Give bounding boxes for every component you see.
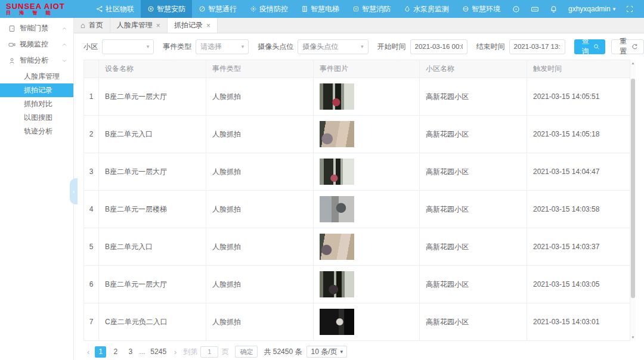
- sidebar-item-label: 视频监控: [20, 39, 57, 49]
- page-size-select[interactable]: 10 条/页 ▾: [306, 346, 347, 358]
- nav-item-smart-elevator[interactable]: 智慧电梯: [295, 0, 346, 18]
- sidebar-item-door-access[interactable]: 智能门禁: [0, 20, 73, 36]
- tab-face-library[interactable]: 人脸库管理 ×: [110, 18, 168, 33]
- brand-name-cn: 日 海 智 能: [6, 11, 89, 15]
- start-time-input[interactable]: [410, 39, 467, 54]
- nav-item-community-iot[interactable]: 社区物联: [89, 0, 141, 18]
- reset-icon: [631, 44, 638, 50]
- home-icon: ⌂: [80, 21, 85, 30]
- page-button-last[interactable]: 5245: [148, 346, 169, 358]
- reset-button-label: 重置: [617, 36, 629, 57]
- table-row: 3 B座二单元一层大厅 人脸抓拍 高新花园小区 2021-03-15 14:04…: [84, 153, 636, 191]
- page-button-1[interactable]: 1: [95, 346, 106, 358]
- event-snapshot[interactable]: [320, 271, 354, 297]
- chevron-up-icon: [61, 42, 67, 48]
- row-index: 4: [84, 191, 99, 228]
- sidebar-subitem-label: 人脸库管理: [24, 72, 60, 82]
- close-icon[interactable]: ×: [206, 21, 210, 30]
- nav-item-smart-access[interactable]: 智慧通行: [192, 0, 243, 18]
- scroll-down-icon[interactable]: ▼: [630, 336, 636, 339]
- trigger-time-cell: 2021-03-15 14:03:58: [527, 191, 636, 228]
- sidebar-subitem-label: 轨迹分析: [24, 126, 52, 136]
- person-icon: [8, 57, 16, 64]
- announcement-icon[interactable]: [639, 5, 644, 13]
- tab-capture-records[interactable]: 抓拍记录 ×: [168, 18, 218, 33]
- prev-page-icon[interactable]: ‹: [83, 347, 93, 356]
- message-icon[interactable]: [525, 5, 544, 13]
- page-ellipsis[interactable]: ...: [139, 347, 145, 356]
- tab-home[interactable]: ⌂ 首页: [74, 18, 110, 33]
- nav-item-epidemic-control[interactable]: 疫情防控: [243, 0, 295, 18]
- event-snapshot[interactable]: [320, 83, 354, 110]
- data-table: 设备名称 事件类型 事件图片 小区名称 触发时间 1 B座二单元一层大厅 人脸抓…: [83, 60, 636, 341]
- top-navbar: SUNSEA AIOT 日 海 智 能 社区物联 智慧安防 智慧通行 疫情防控 …: [0, 0, 644, 18]
- trigger-time-cell: 2021-03-15 14:05:51: [527, 78, 636, 116]
- page-button-2[interactable]: 2: [110, 346, 121, 358]
- collapse-left-icon: ‹: [73, 188, 75, 195]
- close-icon[interactable]: ×: [156, 21, 160, 30]
- device-name-cell: B座二单元一层大厅: [99, 266, 206, 303]
- event-type-cell: 人脸抓拍: [206, 191, 314, 228]
- search-button[interactable]: 查询: [574, 39, 606, 54]
- filter-bar: 小区 ▾ 事件类型 请选择 ▾ 摄像头点位 摄像头点位 ▾ 开始时间 结束时间 …: [74, 33, 644, 60]
- device-name-cell: B座二单元入口: [99, 116, 206, 153]
- reset-button[interactable]: 重置: [611, 39, 644, 54]
- goto-page-suffix: 页: [221, 347, 228, 357]
- event-snapshot[interactable]: [320, 159, 354, 185]
- event-type-cell: 人脸抓拍: [206, 153, 314, 191]
- sidebar-item-video-monitor[interactable]: 视频监控: [0, 36, 73, 52]
- goto-confirm-button[interactable]: 确定: [235, 346, 258, 358]
- nav-item-label: 智慧环境: [472, 4, 500, 14]
- event-snapshot[interactable]: [320, 196, 354, 222]
- nav-item-label: 智慧安防: [157, 4, 185, 14]
- event-type-select[interactable]: 请选择 ▾: [196, 39, 249, 54]
- fullscreen-icon[interactable]: [621, 5, 639, 13]
- nav-item-pump-room-monitor[interactable]: 水泵房监测: [397, 0, 456, 18]
- event-type-cell: 人脸抓拍: [206, 78, 314, 116]
- event-snapshot[interactable]: [320, 121, 354, 147]
- sidebar-item-label: 智能门禁: [20, 23, 57, 33]
- sidebar-item-smart-analysis[interactable]: 智能分析: [0, 52, 73, 69]
- sidebar-subitem-capture-records[interactable]: 抓拍记录: [0, 83, 73, 97]
- event-snapshot[interactable]: [320, 234, 354, 260]
- community-cell: 高新花园小区: [420, 191, 527, 228]
- sidebar-subitem-face-library[interactable]: 人脸库管理: [0, 70, 73, 83]
- goto-page-input[interactable]: [200, 346, 218, 358]
- table-scrollbar[interactable]: ▲ ▼: [630, 60, 636, 341]
- nav-item-label: 智慧电梯: [311, 4, 339, 14]
- capture-records-table: 设备名称 事件类型 事件图片 小区名称 触发时间 1 B座二单元一层大厅 人脸抓…: [83, 60, 636, 341]
- user-menu[interactable]: gxhyxqadmin ▾: [563, 5, 621, 13]
- notification-bell-icon[interactable]: [544, 5, 563, 13]
- nav-item-smart-environment[interactable]: 智慧环境: [456, 0, 507, 18]
- next-page-icon[interactable]: ›: [171, 347, 180, 356]
- community-filter-label: 小区: [83, 42, 98, 52]
- community-cell: 高新花园小区: [420, 153, 527, 191]
- camera-select[interactable]: 摄像头点位 ▾: [298, 39, 368, 54]
- event-image-cell: [314, 303, 420, 341]
- community-cell: 高新花园小区: [420, 78, 527, 116]
- event-image-cell: [314, 191, 420, 228]
- sidebar-subitem-image-search[interactable]: 以图搜图: [0, 111, 73, 125]
- nav-item-smart-security[interactable]: 智慧安防: [141, 0, 192, 18]
- end-time-input[interactable]: [509, 39, 565, 54]
- trigger-time-cell: 2021-03-15 14:05:18: [527, 116, 636, 153]
- row-index: 6: [84, 266, 99, 303]
- tab-label: 首页: [89, 20, 103, 30]
- col-event-type: 事件类型: [206, 60, 314, 78]
- col-community-name: 小区名称: [420, 60, 527, 78]
- nav-item-label: 疫情防控: [259, 4, 288, 14]
- community-select[interactable]: ▾: [102, 39, 154, 54]
- event-snapshot[interactable]: [320, 309, 354, 335]
- nav-item-label: 智慧通行: [208, 4, 237, 14]
- scroll-up-icon[interactable]: ▲: [630, 61, 636, 65]
- nav-item-label: 水泵房监测: [413, 4, 449, 14]
- scrollbar-thumb[interactable]: [631, 79, 635, 298]
- chevron-down-icon: ▾: [361, 44, 364, 49]
- event-image-cell: [314, 153, 420, 191]
- sidebar-collapse-handle[interactable]: ‹: [70, 178, 78, 204]
- sidebar-subitem-capture-compare[interactable]: 抓拍对比: [0, 97, 73, 111]
- help-icon[interactable]: [507, 5, 525, 13]
- page-button-3[interactable]: 3: [125, 346, 136, 358]
- nav-item-smart-fire[interactable]: 智慧消防: [346, 0, 397, 18]
- sidebar-subitem-track-analysis[interactable]: 轨迹分析: [0, 125, 73, 138]
